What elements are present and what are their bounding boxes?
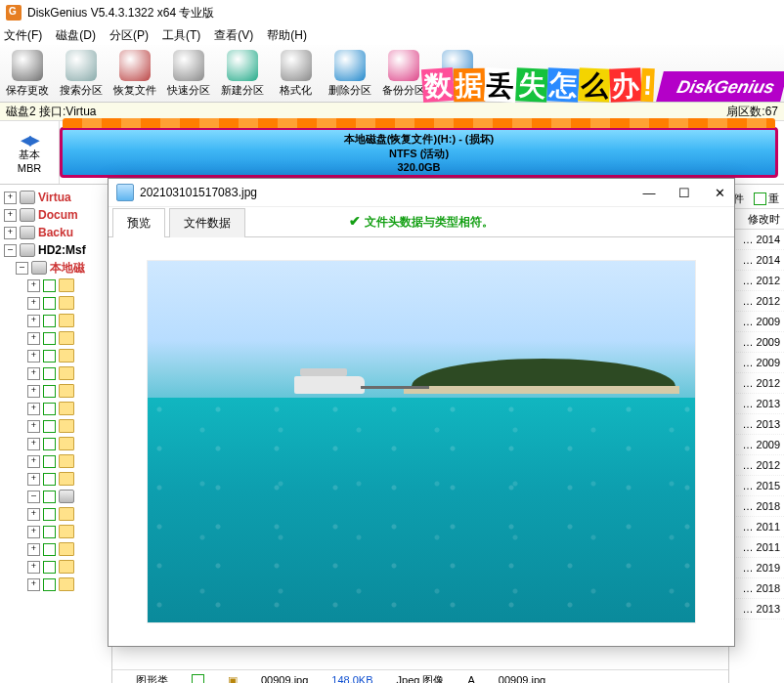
tree-node[interactable]: + xyxy=(4,470,111,488)
tree-checkbox[interactable] xyxy=(43,526,56,538)
toolbar-button[interactable]: 快速分区 xyxy=(161,50,215,102)
tree-node[interactable]: +Backu xyxy=(4,224,111,241)
tree-node[interactable]: + xyxy=(4,400,111,417)
year-cell[interactable]: … 2014 xyxy=(729,250,784,271)
col-re-checkbox[interactable] xyxy=(754,192,766,205)
toolbar-button[interactable]: 恢复文件 xyxy=(108,50,161,102)
menu-item[interactable]: 工具(T) xyxy=(162,27,200,44)
tree-node[interactable]: + xyxy=(4,576,111,593)
expand-toggle[interactable]: – xyxy=(4,244,17,257)
tree-checkbox[interactable] xyxy=(43,279,56,292)
tree-node[interactable]: + xyxy=(4,435,111,452)
nav-arrows-icon[interactable]: ◀▶ xyxy=(0,132,59,148)
tree-checkbox[interactable] xyxy=(43,350,56,363)
year-cell[interactable]: … 2012 xyxy=(729,271,784,291)
disk-tree[interactable]: +Virtua+Docum+Backu–HD2:Msf–本地磁+++++++++… xyxy=(0,185,112,683)
file-row[interactable]: 图形类 ▣ 00909.jpg 148.0KB Jpeg 图像 A 00909.… xyxy=(112,669,728,683)
menu-item[interactable]: 文件(F) xyxy=(4,27,42,44)
tree-node[interactable]: – xyxy=(4,488,111,505)
tab-filedata[interactable]: 文件数据 xyxy=(169,208,245,237)
year-cell[interactable]: … 2018 xyxy=(729,578,784,599)
menu-item[interactable]: 磁盘(D) xyxy=(56,27,96,44)
expand-toggle[interactable]: + xyxy=(27,473,40,486)
tree-node[interactable]: + xyxy=(4,417,111,435)
tree-checkbox[interactable] xyxy=(43,420,56,433)
tree-node[interactable]: + xyxy=(4,277,111,294)
year-cell[interactable]: … 2013 xyxy=(729,599,784,619)
tree-checkbox[interactable] xyxy=(43,578,56,591)
tree-node[interactable]: + xyxy=(4,505,111,523)
year-cell[interactable]: … 2012 xyxy=(729,455,784,476)
tree-node[interactable]: + xyxy=(4,558,111,576)
expand-toggle[interactable]: + xyxy=(27,279,40,292)
expand-toggle[interactable]: + xyxy=(27,385,40,398)
expand-toggle[interactable]: + xyxy=(27,526,40,538)
tree-checkbox[interactable] xyxy=(43,561,56,574)
tree-node[interactable]: –本地磁 xyxy=(4,259,111,277)
year-cell[interactable]: … 2012 xyxy=(729,291,784,312)
tree-node[interactable]: + xyxy=(4,452,111,470)
tree-node[interactable]: + xyxy=(4,294,111,312)
tree-node[interactable]: + xyxy=(4,382,111,400)
year-cell[interactable]: … 2009 xyxy=(729,332,784,353)
expand-toggle[interactable]: + xyxy=(27,332,40,345)
year-cell[interactable]: … 2009 xyxy=(729,353,784,373)
expand-toggle[interactable]: – xyxy=(27,491,40,503)
year-cell[interactable]: … 2009 xyxy=(729,312,784,332)
year-cell[interactable]: … 2012 xyxy=(729,373,784,394)
tree-checkbox[interactable] xyxy=(43,367,56,380)
year-cell[interactable]: … 2014 xyxy=(729,230,784,250)
year-cell[interactable]: … 2019 xyxy=(729,558,784,578)
year-cell[interactable]: … 2011 xyxy=(729,517,784,537)
year-cell[interactable]: … 2013 xyxy=(729,394,784,414)
tab-preview[interactable]: 预览 xyxy=(112,208,165,237)
tree-checkbox[interactable] xyxy=(43,455,56,468)
expand-toggle[interactable]: + xyxy=(4,192,17,204)
year-cell[interactable]: … 2015 xyxy=(729,476,784,496)
expand-toggle[interactable]: + xyxy=(27,508,40,521)
expand-toggle[interactable]: + xyxy=(4,209,17,222)
expand-toggle[interactable]: + xyxy=(27,350,40,363)
menu-item[interactable]: 查看(V) xyxy=(214,27,253,44)
tree-checkbox[interactable] xyxy=(43,438,56,450)
toolbar-button[interactable]: 新建分区 xyxy=(215,50,269,102)
expand-toggle[interactable]: + xyxy=(27,420,40,433)
tree-node[interactable]: + xyxy=(4,523,111,540)
tree-node[interactable]: +Docum xyxy=(4,206,111,224)
tree-checkbox[interactable] xyxy=(43,508,56,521)
expand-toggle[interactable]: + xyxy=(27,455,40,468)
toolbar-button[interactable]: 搜索分区 xyxy=(54,50,108,102)
expand-toggle[interactable]: + xyxy=(27,297,40,310)
year-cell[interactable]: … 2009 xyxy=(729,435,784,455)
tree-node[interactable]: + xyxy=(4,540,111,558)
tree-checkbox[interactable] xyxy=(43,297,56,310)
tree-node[interactable]: + xyxy=(4,312,111,329)
expand-toggle[interactable]: + xyxy=(27,561,40,574)
toolbar-button[interactable]: 删除分区 xyxy=(323,50,376,102)
expand-toggle[interactable]: + xyxy=(27,403,40,415)
tree-checkbox[interactable] xyxy=(43,332,56,345)
menu-item[interactable]: 分区(P) xyxy=(109,27,149,44)
minimize-button[interactable]: — xyxy=(642,186,656,200)
tree-node[interactable]: +Virtua xyxy=(4,189,111,206)
tree-checkbox[interactable] xyxy=(43,403,56,415)
year-cell[interactable]: … 2011 xyxy=(729,537,784,558)
tree-node[interactable]: + xyxy=(4,364,111,382)
tree-node[interactable]: + xyxy=(4,347,111,364)
expand-toggle[interactable]: + xyxy=(27,367,40,380)
tree-checkbox[interactable] xyxy=(43,385,56,398)
tree-node[interactable]: –HD2:Msf xyxy=(4,241,111,259)
expand-toggle[interactable]: + xyxy=(27,315,40,327)
expand-toggle[interactable]: – xyxy=(16,262,28,275)
menu-item[interactable]: 帮助(H) xyxy=(267,27,307,44)
toolbar-button[interactable]: 保存更改 xyxy=(0,50,54,102)
close-button[interactable]: ✕ xyxy=(713,186,726,200)
tree-checkbox[interactable] xyxy=(43,543,56,556)
expand-toggle[interactable]: + xyxy=(4,227,17,239)
preview-titlebar[interactable]: 20210310151708З.jpg — ☐ ✕ xyxy=(109,179,734,207)
toolbar-button[interactable]: 格式化 xyxy=(269,50,323,102)
year-cell[interactable]: … 2018 xyxy=(729,496,784,517)
partition-block[interactable]: 本地磁盘(恢复文件)(H:) - (损坏) NTFS (活动) 320.0GB xyxy=(60,127,778,178)
expand-toggle[interactable]: + xyxy=(27,438,40,450)
maximize-button[interactable]: ☐ xyxy=(677,186,691,200)
